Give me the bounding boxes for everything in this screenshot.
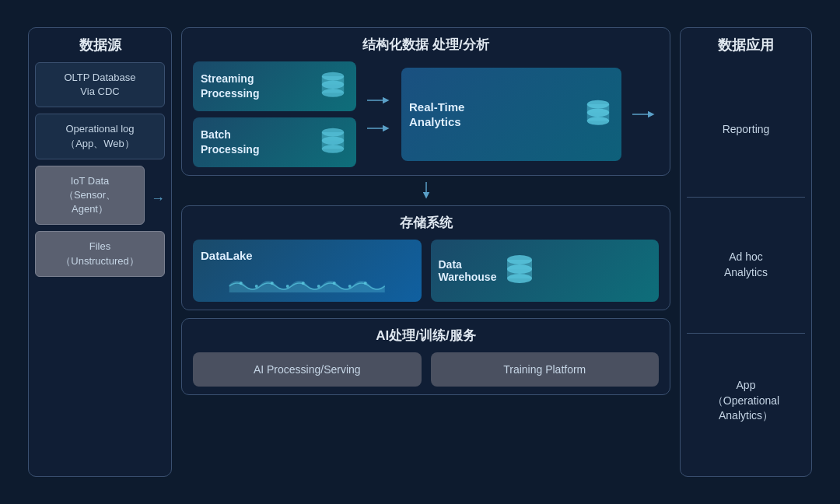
left-panel-title: 数据源 [35,36,165,54]
ai-title: AI处理/训练/服务 [193,327,659,345]
datalake-wave-icon [201,269,414,292]
files-source-item: Files（Unstructured） [35,231,165,276]
ai-section: AI处理/训练/服务 AI Processing/Serving Trainin… [181,318,670,395]
arrow-bottom-icon [367,122,390,135]
reporting-item: Reporting [687,62,805,198]
proc-arrows [364,94,394,135]
down-arrow-storage [181,182,670,199]
ai-processing-box: AI Processing/Serving [193,352,422,387]
realtime-box: Real-TimeAnalytics [401,68,621,161]
svg-point-27 [364,282,367,285]
storage-title: 存储系统 [193,214,659,232]
ai-inner: AI Processing/Serving Training Platform [193,352,659,387]
batch-label: BatchProcessing [201,128,310,157]
realtime-db-icon [583,99,614,130]
svg-point-26 [348,285,352,288]
right-panel-title: 数据应用 [687,36,805,54]
middle-panel: 结构化数据 处理/分析 StreamingProcessing [181,27,670,477]
arrow-top-icon [367,94,390,107]
svg-point-4 [322,89,344,97]
datawarehouse-box: DataWarehouse [431,240,660,302]
batch-db-icon [317,127,348,158]
adhoc-label: Ad hocAnalytics [724,250,768,280]
iot-row: IoT Data（Sensor、Agent） → [35,166,165,232]
datawarehouse-label: DataWarehouse [439,258,497,283]
warehouse-db-icon [504,254,535,289]
storage-inner: DataLake [193,240,659,302]
processing-inner: StreamingProcessing BatchProcessing [193,61,659,167]
svg-point-20 [255,285,258,288]
app-item: App（OperationalAnalytics） [687,334,805,468]
processing-section: 结构化数据 处理/分析 StreamingProcessing [181,27,670,176]
reporting-label: Reporting [723,122,770,138]
adhoc-item: Ad hocAnalytics [687,198,805,333]
datalake-box: DataLake [193,240,422,302]
realtime-to-right-arrow [629,108,659,121]
streaming-label: StreamingProcessing [201,72,310,101]
svg-point-32 [507,274,532,283]
data-source-panel: 数据源 OLTP DatabaseVia CDC Operational log… [28,27,172,477]
svg-point-9 [322,145,344,153]
streaming-box: StreamingProcessing [193,61,356,111]
oltp-source-item: OLTP DatabaseVia CDC [35,62,165,107]
iot-arrow-icon: → [151,191,165,207]
svg-point-23 [302,282,305,285]
training-box: Training Platform [431,352,660,387]
svg-point-25 [333,282,336,285]
processing-title: 结构化数据 处理/分析 [193,36,659,54]
app-label: App（OperationalAnalytics） [712,378,779,424]
iot-source-item: IoT Data（Sensor、Agent） [35,166,145,226]
data-app-panel: 数据应用 Reporting Ad hocAnalytics App（Opera… [680,27,812,477]
op-log-source-item: Operational log（App、Web） [35,114,165,159]
storage-section: 存储系统 DataLake [181,205,670,310]
svg-point-22 [286,285,289,288]
svg-point-16 [587,117,609,125]
proc-left: StreamingProcessing BatchProcessing [193,61,356,167]
svg-point-24 [317,285,320,288]
svg-point-21 [271,282,274,285]
streaming-db-icon [317,71,348,102]
datalake-label: DataLake [201,249,414,262]
right-arrow-icon [632,108,656,121]
realtime-label: Real-TimeAnalytics [409,100,575,130]
main-layout: 数据源 OLTP DatabaseVia CDC Operational log… [16,15,824,489]
svg-point-19 [240,282,243,285]
down-arrow-icon [420,182,432,199]
batch-box: BatchProcessing [193,117,356,167]
